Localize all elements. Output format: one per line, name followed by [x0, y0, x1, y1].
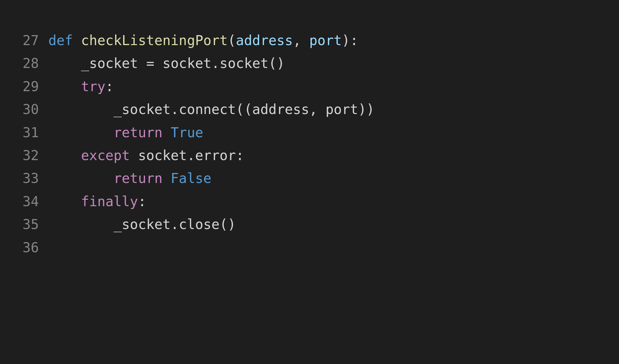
code-editor[interactable]: 27def checkListeningPort(address, port):…: [13, 19, 496, 269]
line-number: 36: [23, 236, 48, 259]
code-content[interactable]: except socket.error:: [48, 144, 244, 167]
code-line[interactable]: 34 finally:: [23, 190, 480, 213]
token: checkListeningPort: [81, 33, 228, 48]
code-line[interactable]: 28 _socket = socket.socket(): [23, 52, 480, 75]
line-number: 34: [23, 190, 48, 213]
code-content[interactable]: return True: [48, 121, 203, 144]
token: :: [138, 194, 146, 209]
line-number: 29: [23, 75, 48, 98]
line-number: 32: [23, 144, 48, 167]
line-number: 28: [23, 52, 48, 75]
line-number: 33: [23, 167, 48, 190]
token: try: [81, 79, 105, 94]
token: (: [228, 33, 236, 48]
token: False: [171, 170, 211, 186]
code-content[interactable]: _socket = socket.socket(): [48, 52, 285, 75]
code-line[interactable]: 31 return True: [23, 121, 480, 144]
token: _socket.close(): [113, 216, 236, 232]
token: return: [113, 125, 171, 140]
code-content[interactable]: return False: [48, 167, 211, 190]
line-number: 35: [23, 213, 48, 236]
token: socket.error:: [138, 148, 244, 163]
token: except: [81, 148, 138, 163]
code-line[interactable]: 33 return False: [23, 167, 480, 190]
code-content[interactable]: _socket.connect((address, port)): [48, 98, 374, 121]
code-line[interactable]: 29 try:: [23, 75, 480, 98]
code-content[interactable]: finally:: [48, 190, 146, 213]
code-line[interactable]: 30 _socket.connect((address, port)): [23, 98, 480, 121]
line-number: 27: [23, 29, 48, 52]
code-line[interactable]: 27def checkListeningPort(address, port):: [23, 29, 480, 52]
code-line[interactable]: 35 _socket.close(): [23, 213, 480, 236]
code-line[interactable]: 36: [23, 236, 480, 259]
token: True: [171, 125, 203, 140]
line-number: 30: [23, 98, 48, 121]
token: _socket.connect((address, port)): [113, 101, 374, 117]
code-content[interactable]: _socket.close(): [48, 213, 236, 236]
code-line[interactable]: 32 except socket.error:: [23, 144, 480, 167]
token: ,: [293, 33, 310, 48]
token: finally: [81, 194, 138, 209]
token: def: [48, 33, 81, 48]
token: :: [105, 79, 113, 94]
token: address: [236, 33, 293, 48]
code-content[interactable]: try:: [48, 75, 113, 98]
token: port: [309, 33, 342, 48]
line-number: 31: [23, 121, 48, 144]
token: _socket = socket.socket(): [81, 55, 285, 71]
token: ):: [342, 33, 358, 48]
code-content[interactable]: def checkListeningPort(address, port):: [48, 29, 358, 52]
token: return: [113, 170, 171, 186]
